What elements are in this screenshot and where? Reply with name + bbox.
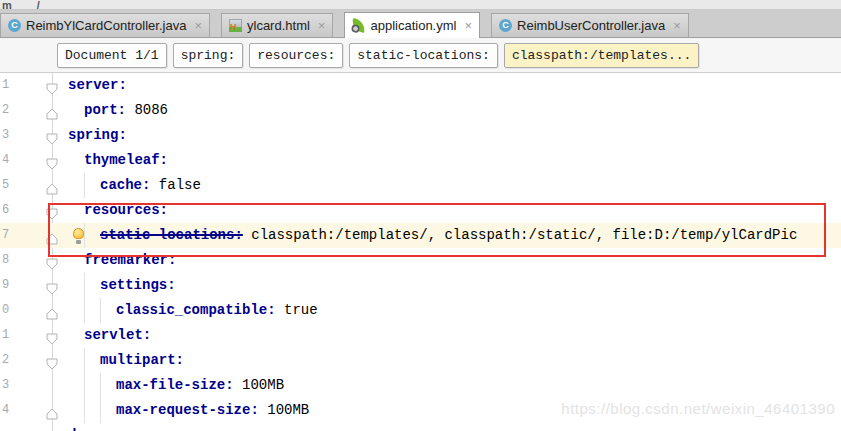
yaml-key: d [68,427,76,431]
code-line[interactable]: 2port: 8086 [0,98,841,123]
code-line[interactable]: 1servlet: [0,323,841,348]
indent-guide-line [84,298,85,323]
code-line[interactable]: 1server: [0,73,841,98]
indent-guide-line [100,298,101,323]
line-number: 2 [2,98,9,123]
html-h-letter: H [230,23,237,32]
tab-label: ReimbUserController.java [517,18,665,33]
code-text: spring: [68,123,127,148]
code-text: thymeleaf: [84,148,168,173]
code-line[interactable]: 6resources: [0,198,841,223]
code-text: multipart: [100,348,184,373]
code-line[interactable]: 3max-file-size: 100MB [0,373,841,398]
yaml-value: true [276,302,318,318]
tab-label: ReimbYlCardController.java [26,18,186,33]
yaml-key: settings: [100,277,176,293]
yaml-value: 8086 [126,102,168,118]
line-number: 1 [2,73,9,98]
spring-config-icon [352,18,367,33]
intention-bulb-icon[interactable] [73,228,84,239]
editor: 1server:2port: 80863spring:4thymeleaf:5c… [0,73,841,431]
editor-tab-ylcard-html[interactable]: Hylcard.html× [221,13,333,37]
line-number: 9 [2,273,9,298]
breadcrumb-chip[interactable]: classpath:/templates... [504,43,699,68]
fold-marker-up-icon[interactable] [46,104,58,116]
code-line[interactable]: 7static-locations: classpath:/templates/… [0,223,841,248]
tab-close-icon[interactable]: × [673,19,681,32]
yaml-key: cache: [100,177,150,193]
indent-guide-line [84,223,85,248]
tab-close-icon[interactable]: × [464,19,472,32]
line-number: 3 [2,373,9,398]
yaml-value: false [150,177,200,193]
top-fragment-text: m / [2,0,40,10]
yaml-value: 100MB [234,377,284,393]
tab-close-icon[interactable]: × [194,19,202,32]
tab-close-icon[interactable]: × [318,19,326,32]
code-text: static-locations: classpath:/templates/,… [100,223,797,248]
fold-marker-down-icon[interactable] [46,154,58,166]
code-line[interactable]: 8freemarker: [0,248,841,273]
code-line[interactable]: 5cache: false [0,173,841,198]
code-line[interactable]: d [0,423,841,431]
code-line[interactable]: 3spring: [0,123,841,148]
code-text: cache: false [100,173,201,198]
code-text: max-request-size: 100MB [116,398,309,423]
code-text: max-file-size: 100MB [116,373,284,398]
line-number: 5 [2,173,9,198]
fold-marker-up-icon[interactable] [46,229,58,241]
breadcrumb-chip[interactable]: Document 1/1 [57,43,167,68]
line-number: 0 [2,298,9,323]
yaml-breadcrumb-bar: Document 1/1spring:resources:static-loca… [0,38,841,73]
yaml-key: max-request-size: [116,402,259,418]
indent-guide-line [84,398,85,423]
fold-marker-down-icon[interactable] [46,254,58,266]
window-top-fragment: m / [0,0,841,10]
fold-marker-down-icon[interactable] [46,204,58,216]
yaml-key: port: [84,102,126,118]
indent-guide-line [84,348,85,373]
fold-marker-down-icon[interactable] [46,329,58,341]
indent-guide-line [84,273,85,298]
html-file-icon: H [229,19,242,32]
code-line[interactable]: 2multipart: [0,348,841,373]
code-text: classic_compatible: true [116,298,318,323]
tab-label: application.yml [370,18,456,33]
fold-marker-down-icon[interactable] [46,129,58,141]
yaml-key: server: [68,77,127,93]
line-number: 2 [2,348,9,373]
code-text: port: 8086 [84,98,168,123]
line-number: 6 [2,198,9,223]
code-line[interactable]: 4thymeleaf: [0,148,841,173]
breadcrumb-chip[interactable]: spring: [173,43,244,68]
yaml-key: classic_compatible: [116,302,276,318]
code-text: freemarker: [84,248,176,273]
java-class-icon: C [8,19,21,32]
yaml-key: thymeleaf: [84,152,168,168]
breadcrumb-chip[interactable]: static-locations: [349,43,498,68]
editor-tab-reimbylcardcontroller-java[interactable]: CReimbYlCardController.java× [0,13,210,37]
fold-marker-down-icon[interactable] [46,79,58,91]
breadcrumb-chip[interactable]: resources: [249,43,343,68]
fold-marker-down-icon[interactable] [46,279,58,291]
fold-marker-up-icon[interactable] [46,304,58,316]
editor-tab-bar: CReimbYlCardController.java×Hylcard.html… [0,10,841,38]
fold-marker-down-icon[interactable] [46,354,58,366]
yaml-value: 100MB [259,402,309,418]
yaml-key: spring: [68,127,127,143]
yaml-key: multipart: [100,352,184,368]
code-text: d [68,423,76,431]
editor-tab-application-yml[interactable]: application.yml× [344,12,480,38]
tab-label: ylcard.html [247,18,310,33]
editor-tab-reimbusercontroller-java[interactable]: CReimbUserController.java× [491,13,689,37]
code-text: resources: [84,198,168,223]
indent-guide-line [84,173,85,198]
fold-marker-up-icon[interactable] [46,404,58,416]
fold-marker-up-icon[interactable] [46,179,58,191]
line-number: 1 [2,323,9,348]
indent-guide-line [84,373,85,398]
code-line[interactable]: 0classic_compatible: true [0,298,841,323]
yaml-key: resources: [84,202,168,218]
code-line[interactable]: 9settings: [0,273,841,298]
yaml-key: servlet: [84,327,151,343]
